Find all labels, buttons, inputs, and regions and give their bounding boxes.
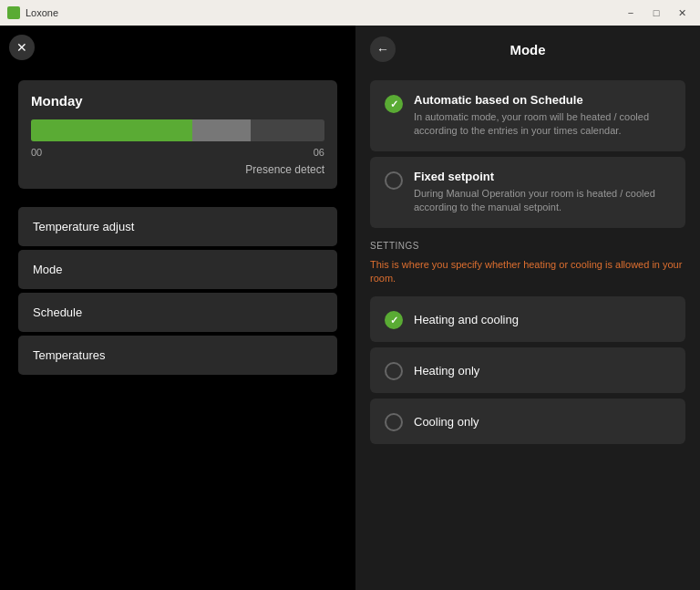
back-button[interactable]: ← — [370, 36, 396, 62]
radio-heating-cooling — [385, 311, 403, 329]
schedule-bar-green — [31, 119, 192, 141]
schedule-times: 00 06 — [31, 147, 324, 158]
radio-fixed — [385, 171, 403, 190]
radio-automatic — [385, 95, 403, 113]
schedule-card-title: Monday — [31, 93, 324, 109]
option-heating-cooling-label: Heating and cooling — [414, 313, 519, 326]
option-heating-only-label: Heating only — [414, 364, 479, 378]
time-end: 06 — [314, 147, 324, 158]
schedule-card: Monday 00 06 Presence detect — [18, 80, 337, 189]
minimize-button[interactable]: − — [620, 5, 642, 21]
right-header: ← Mode — [355, 26, 700, 73]
titlebar-title: Loxone — [26, 7, 58, 18]
menu-item-label: Temperature adjust — [33, 220, 134, 233]
page-title: Mode — [510, 42, 545, 57]
option-automatic[interactable]: Automatic based on Schedule In automatic… — [370, 80, 685, 151]
maximize-button[interactable]: □ — [645, 5, 667, 21]
menu-item-label: Schedule — [33, 305, 82, 319]
option-heating-only[interactable]: Heating only — [370, 347, 685, 393]
option-automatic-title: Automatic based on Schedule — [414, 93, 671, 107]
app-icon — [7, 6, 20, 19]
option-automatic-text: Automatic based on Schedule In automatic… — [414, 93, 671, 139]
menu-item-schedule[interactable]: Schedule — [18, 293, 337, 332]
option-cooling-only-label: Cooling only — [414, 415, 479, 429]
close-icon: ✕ — [16, 40, 27, 55]
menu-item-label: Mode — [33, 263, 63, 276]
titlebar-left: Loxone — [7, 6, 58, 19]
titlebar: Loxone − □ ✕ — [0, 0, 700, 26]
presence-label: Presence detect — [31, 163, 324, 176]
settings-description: This is where you specify whether heatin… — [370, 258, 685, 286]
menu-item-mode[interactable]: Mode — [18, 250, 337, 289]
app-window: Loxone − □ ✕ ✕ Monday 00 06 — [0, 0, 700, 590]
schedule-bar — [31, 119, 324, 141]
menu-item-temperatures[interactable]: Temperatures — [18, 336, 337, 375]
left-panel: ✕ Monday 00 06 Presence detect Temperatu… — [0, 26, 355, 590]
menu-item-label: Temperatures — [33, 348, 105, 362]
right-panel: ← Mode Automatic based on Schedule In au… — [355, 26, 700, 590]
option-cooling-only[interactable]: Cooling only — [370, 399, 685, 444]
panel-close-button[interactable]: ✕ — [9, 35, 35, 60]
radio-cooling-only — [385, 413, 403, 431]
option-fixed-text: Fixed setpoint During Manual Operation y… — [414, 170, 671, 215]
option-automatic-desc: In automatic mode, your room will be hea… — [414, 110, 671, 139]
time-start: 00 — [31, 147, 42, 158]
close-button[interactable]: ✕ — [671, 5, 693, 21]
menu-item-temp-adjust[interactable]: Temperature adjust — [18, 207, 337, 246]
option-heating-cooling[interactable]: Heating and cooling — [370, 296, 685, 342]
settings-label: SETTINGS — [370, 241, 685, 251]
right-content: Automatic based on Schedule In automatic… — [355, 73, 700, 459]
option-fixed-desc: During Manual Operation your room is hea… — [414, 187, 671, 215]
option-fixed[interactable]: Fixed setpoint During Manual Operation y… — [370, 157, 685, 228]
option-fixed-title: Fixed setpoint — [414, 170, 671, 183]
content-area: ✕ Monday 00 06 Presence detect Temperatu… — [0, 26, 700, 590]
titlebar-controls: − □ ✕ — [620, 5, 693, 21]
radio-heating-only — [385, 362, 403, 380]
menu-items: Temperature adjust Mode Schedule Tempera… — [18, 207, 337, 375]
schedule-bar-gray — [192, 119, 251, 141]
back-icon: ← — [376, 42, 389, 57]
